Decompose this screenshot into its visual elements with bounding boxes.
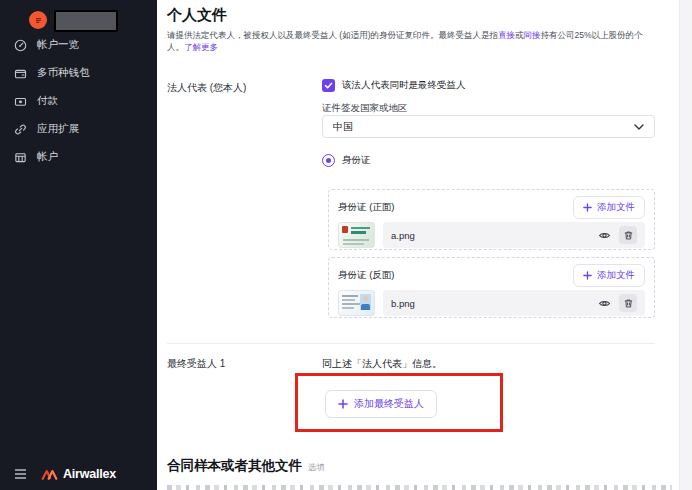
page-description: 请提供法定代表人，被授权人以及最终受益人 (如适用)的身份证复印件。最终受益人是… (167, 29, 659, 54)
checkbox-checked-icon[interactable] (322, 79, 335, 92)
main-content: 个人文件 请提供法定代表人，被授权人以及最终受益人 (如适用)的身份证复印件。最… (157, 0, 692, 490)
airwallex-logo: Airwallex (41, 467, 116, 481)
radio-selected-icon[interactable] (322, 154, 335, 167)
preview-file-button[interactable] (596, 295, 613, 312)
other-documents-section: 合同样本或者其他文件 选填 (167, 457, 325, 475)
airwallex-logo-icon (41, 468, 58, 481)
upload-box-id-back: 身份证 (反面) 添加文件 b.png (328, 257, 655, 318)
dashboard-icon (14, 39, 27, 52)
sidebar-item-label: 应用扩展 (37, 122, 79, 136)
link-icon (14, 123, 27, 136)
sidebar-item-label: 帐户一览 (37, 38, 79, 52)
add-file-button[interactable]: 添加文件 (573, 264, 645, 287)
checkbox-label: 该法人代表同时是最终受益人 (342, 79, 466, 92)
sidebar-item-account-overview[interactable]: 帐户一览 (0, 31, 157, 59)
upload-title: 身份证 (正面) (338, 201, 394, 214)
app-window: 帐户一览 多币种钱包 付款 应用扩展 (0, 0, 692, 490)
uploaded-file-row: a.png (338, 222, 645, 248)
sidebar-item-app-extensions[interactable]: 应用扩展 (0, 115, 157, 143)
annotation-highlight: 添加最终受益人 (295, 373, 503, 432)
preview-file-button[interactable] (596, 227, 613, 244)
plus-icon (583, 203, 592, 212)
country-field-label: 证件签发国家或地区 (322, 102, 408, 115)
sidebar: 帐户一览 多币种钱包 付款 应用扩展 (0, 0, 157, 490)
beneficiary-row-label: 最终受益人 1 (167, 357, 225, 371)
upload-box-id-front: 身份证 (正面) 添加文件 a.png (328, 189, 655, 250)
id-type-radio-row[interactable]: 身份证 (322, 154, 371, 167)
delete-file-button[interactable] (619, 294, 637, 312)
file-name: b.png (391, 298, 415, 309)
add-beneficiary-button[interactable]: 添加最终受益人 (325, 390, 437, 418)
file-name: a.png (391, 230, 415, 241)
legal-rep-row-label: 法人代表 (您本人) (167, 81, 246, 95)
eye-icon (598, 297, 611, 310)
page-title: 个人文件 (167, 6, 227, 25)
airwallex-logo-text: Airwallex (63, 467, 116, 481)
id-card-back-thumbnail[interactable] (338, 290, 375, 316)
file-bar: b.png (383, 290, 645, 316)
sidebar-item-label: 付款 (37, 94, 58, 108)
uploaded-file-row: b.png (338, 290, 645, 316)
clipped-text-line (167, 485, 672, 490)
indirect-link[interactable]: 间接 (524, 30, 541, 40)
add-beneficiary-label: 添加最终受益人 (354, 397, 424, 411)
org-name-redacted[interactable] (54, 10, 118, 32)
sidebar-item-label: 帐户 (37, 150, 58, 164)
id-card-front-thumbnail[interactable] (338, 222, 375, 248)
file-bar: a.png (383, 222, 645, 248)
bank-icon (14, 151, 27, 164)
description-text: 请提供法定代表人，被授权人以及最终受益人 (如适用)的身份证复印件。最终受益人是… (167, 30, 498, 40)
learn-more-link[interactable]: 了解更多 (184, 42, 218, 52)
add-file-label: 添加文件 (597, 201, 635, 214)
sidebar-item-account[interactable]: 帐户 (0, 143, 157, 171)
org-avatar-icon (34, 16, 43, 25)
wallet-icon (14, 67, 27, 80)
plus-icon (583, 271, 592, 280)
delete-file-button[interactable] (619, 226, 637, 244)
optional-tag: 选填 (308, 462, 325, 474)
chevron-down-icon (634, 124, 644, 130)
trash-icon (623, 298, 634, 309)
collapse-menu-icon[interactable] (13, 467, 28, 481)
payments-icon (14, 95, 27, 108)
org-avatar[interactable] (29, 11, 47, 29)
description-text: 或 (515, 30, 524, 40)
section-divider (167, 343, 655, 344)
upload-title: 身份证 (反面) (338, 269, 394, 282)
trash-icon (623, 230, 634, 241)
eye-icon (598, 229, 611, 242)
country-select-value: 中国 (333, 120, 353, 134)
sidebar-nav: 帐户一览 多币种钱包 付款 应用扩展 (0, 31, 157, 171)
add-file-button[interactable]: 添加文件 (573, 196, 645, 219)
beneficiary-note: 同上述「法人代表」信息。 (322, 357, 442, 371)
scrollbar-track[interactable] (679, 0, 692, 490)
sidebar-footer: Airwallex (13, 467, 116, 481)
other-documents-title: 合同样本或者其他文件 (167, 457, 302, 475)
plus-icon (338, 399, 348, 409)
direct-link[interactable]: 直接 (498, 30, 515, 40)
beneficiary-checkbox-row[interactable]: 该法人代表同时是最终受益人 (322, 79, 466, 92)
radio-label: 身份证 (342, 154, 371, 167)
add-file-label: 添加文件 (597, 269, 635, 282)
sidebar-item-multicurrency-wallet[interactable]: 多币种钱包 (0, 59, 157, 87)
sidebar-item-label: 多币种钱包 (37, 66, 90, 80)
sidebar-item-payments[interactable]: 付款 (0, 87, 157, 115)
country-select[interactable]: 中国 (322, 115, 655, 138)
